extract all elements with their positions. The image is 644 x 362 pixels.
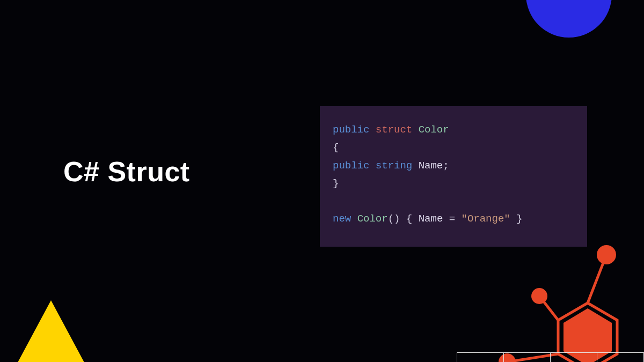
code-line: public string Name; (333, 157, 574, 175)
code-line: public struct Color (333, 121, 574, 139)
code-snippet: public struct Color { public string Name… (320, 106, 587, 247)
svg-point-6 (597, 245, 616, 264)
svg-marker-0 (11, 300, 91, 362)
svg-point-7 (531, 288, 547, 304)
code-line: { (333, 139, 574, 157)
decorative-yellow-triangle (8, 295, 94, 362)
decorative-blue-semicircle (526, 0, 612, 80)
code-line: new Color() { Name = "Orange" } (333, 210, 574, 228)
code-line: } (333, 175, 574, 193)
decorative-grid-boxes (457, 352, 644, 362)
code-line (333, 193, 574, 210)
slide-title: C# Struct (63, 156, 190, 188)
